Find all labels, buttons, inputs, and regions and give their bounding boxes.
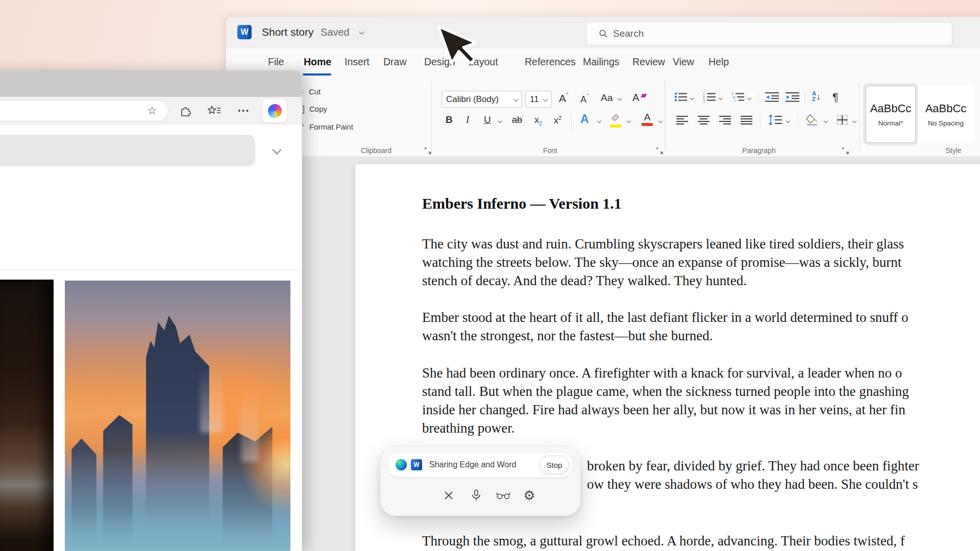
styles-group-label: Style bbox=[928, 146, 979, 155]
eraser-icon bbox=[641, 94, 647, 97]
group-separator bbox=[665, 81, 665, 151]
clipboard-dialog-launcher-icon[interactable] bbox=[425, 147, 431, 154]
view-glasses-icon[interactable] bbox=[496, 488, 510, 503]
result-image-dark-cave[interactable] bbox=[0, 280, 54, 551]
show-marks-pilcrow-button[interactable]: ¶ bbox=[832, 91, 839, 104]
change-case-chevron-icon[interactable] bbox=[618, 96, 622, 101]
format-painter-button[interactable]: Format Paint bbox=[294, 121, 353, 132]
style-normal[interactable]: AaBbCc Normal* bbox=[866, 86, 916, 143]
multilevel-list-chevron-icon[interactable] bbox=[747, 96, 751, 100]
tab-view[interactable]: View bbox=[673, 56, 694, 68]
font-color-button[interactable]: A bbox=[642, 112, 653, 126]
search-input[interactable]: Search bbox=[586, 22, 952, 45]
underline-chevron-icon[interactable] bbox=[498, 119, 502, 123]
address-bar[interactable] bbox=[0, 100, 168, 121]
numbered-list-chevron-icon[interactable] bbox=[719, 96, 723, 100]
sort-button[interactable]: AZ ↓ bbox=[812, 91, 821, 102]
shading-bucket-icon[interactable] bbox=[806, 114, 818, 126]
tab-insert[interactable]: Insert bbox=[345, 56, 370, 68]
mouse-cursor-pointer bbox=[435, 24, 492, 83]
document-line: watching the streets below. The sky—once… bbox=[422, 253, 901, 271]
highlight-color-bar bbox=[610, 124, 621, 128]
settings-gear-icon[interactable]: ⚙ bbox=[522, 488, 536, 503]
tab-file[interactable]: File bbox=[268, 56, 284, 68]
bullet-list-icon[interactable] bbox=[674, 92, 688, 102]
font-name-chevron-icon bbox=[513, 97, 519, 102]
clipboard-group-label: Clipboard bbox=[351, 146, 402, 155]
text-effects-chevron-icon[interactable] bbox=[597, 119, 601, 123]
align-left-icon[interactable] bbox=[676, 115, 689, 124]
save-status[interactable]: Saved bbox=[321, 27, 350, 38]
word-app-icon[interactable]: W bbox=[237, 25, 252, 39]
line-spacing-icon[interactable] bbox=[768, 114, 782, 126]
italic-button[interactable]: I bbox=[466, 114, 469, 126]
clear-formatting-button[interactable]: A bbox=[632, 92, 644, 104]
stop-sharing-button[interactable]: Stop bbox=[540, 456, 569, 474]
result-image-burning-city[interactable] bbox=[65, 281, 290, 551]
svg-text:i: i bbox=[734, 99, 736, 102]
bold-button[interactable]: B bbox=[446, 114, 453, 126]
justify-icon[interactable] bbox=[741, 115, 753, 124]
text-effects-button[interactable]: A bbox=[580, 112, 589, 126]
favorites-star-icon[interactable]: ☆ bbox=[145, 104, 159, 118]
subscript-button[interactable]: x2 bbox=[534, 115, 542, 127]
align-center-icon[interactable] bbox=[698, 115, 710, 124]
font-color-chevron-icon[interactable] bbox=[658, 119, 663, 123]
prompt-box[interactable] bbox=[0, 135, 255, 166]
copilot-button[interactable] bbox=[262, 99, 287, 122]
edge-toolbar: ☆ ••• bbox=[0, 97, 302, 125]
shading-chevron-icon[interactable] bbox=[824, 119, 828, 123]
tab-help[interactable]: Help bbox=[708, 56, 729, 68]
collapse-chevron-icon[interactable] bbox=[272, 145, 281, 154]
shrink-font-button[interactable]: Aˇ bbox=[580, 93, 589, 105]
svg-text:3: 3 bbox=[703, 99, 705, 102]
style-no-spacing[interactable]: AaBbCc No Spacing bbox=[918, 86, 974, 143]
highlight-chevron-icon[interactable] bbox=[627, 119, 631, 123]
multilevel-list-icon[interactable]: 1ai bbox=[731, 92, 745, 102]
smoke-column bbox=[200, 368, 223, 433]
ribbon: Paste ✂ Cut Copy Format Paint bbox=[226, 77, 980, 157]
underline-button[interactable]: U bbox=[484, 114, 491, 126]
small-separator bbox=[798, 113, 798, 128]
document-title[interactable]: Short story bbox=[262, 26, 314, 38]
superscript-button[interactable]: x2 bbox=[554, 115, 561, 126]
sharing-label: Sharing Edge and Word bbox=[426, 460, 535, 469]
svg-text:a: a bbox=[733, 95, 735, 99]
tab-home[interactable]: Home bbox=[304, 56, 331, 68]
change-case-button[interactable]: Aa bbox=[601, 92, 612, 104]
grow-font-button[interactable]: Aˆ bbox=[559, 92, 568, 105]
bullet-list-chevron-icon[interactable] bbox=[690, 96, 694, 100]
microphone-icon[interactable] bbox=[469, 488, 483, 503]
fog-layer bbox=[65, 450, 290, 551]
small-separator bbox=[805, 91, 805, 105]
document-line: The city was dust and ruin. Crumbling sk… bbox=[422, 235, 904, 253]
more-options-icon[interactable]: ••• bbox=[237, 104, 251, 118]
sharing-hud: W Sharing Edge and Word Stop ⚙ bbox=[380, 446, 580, 516]
font-size-select[interactable]: 11 bbox=[525, 91, 552, 108]
align-right-icon[interactable] bbox=[719, 115, 731, 124]
close-icon[interactable] bbox=[442, 488, 456, 503]
borders-chevron-icon[interactable] bbox=[852, 119, 856, 123]
font-dialog-launcher-icon[interactable] bbox=[656, 147, 663, 154]
numbered-list-icon[interactable]: 123 bbox=[703, 92, 716, 102]
highlight-color-button[interactable] bbox=[610, 113, 621, 128]
document-line: inside her changed. Fire had always been… bbox=[422, 400, 905, 419]
line-spacing-chevron-icon[interactable] bbox=[786, 119, 790, 123]
paragraph-dialog-launcher-icon[interactable] bbox=[842, 147, 849, 154]
tab-mailings[interactable]: Mailings bbox=[583, 56, 620, 68]
tab-review[interactable]: Review bbox=[632, 56, 665, 68]
tab-references[interactable]: References bbox=[525, 56, 576, 68]
document-line: She had been ordinary once. A firefighte… bbox=[422, 364, 902, 382]
font-name-select[interactable]: Calibri (Body) bbox=[442, 91, 522, 108]
save-status-chevron-icon[interactable] bbox=[359, 30, 364, 35]
increase-indent-icon[interactable] bbox=[786, 92, 800, 102]
tab-draw[interactable]: Draw bbox=[383, 56, 407, 68]
collections-icon[interactable] bbox=[207, 104, 222, 118]
strikethrough-button[interactable]: ab bbox=[512, 115, 522, 126]
document-line: stench of decay. And the dead? They walk… bbox=[422, 271, 747, 290]
font-size-chevron-icon bbox=[543, 97, 548, 102]
borders-icon[interactable] bbox=[837, 115, 848, 125]
document-heading: Embers Inferno — Version 1.1 bbox=[422, 195, 622, 212]
extensions-icon[interactable] bbox=[178, 104, 192, 118]
decrease-indent-icon[interactable] bbox=[765, 92, 779, 102]
